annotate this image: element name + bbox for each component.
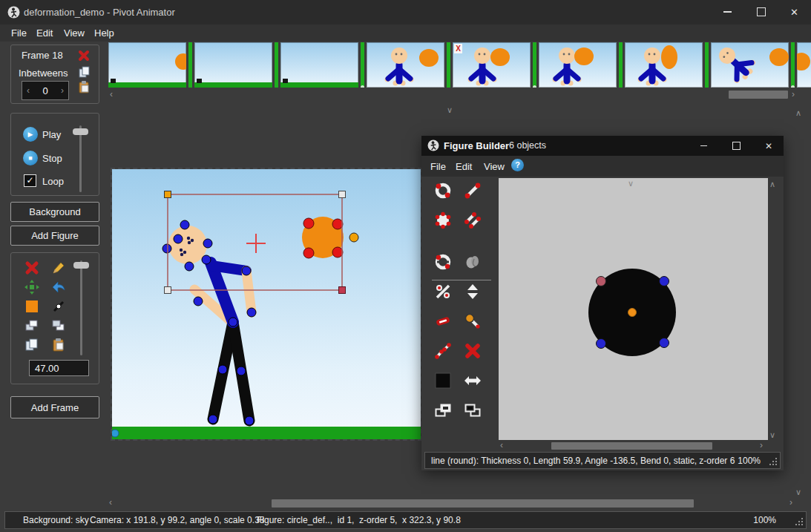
frame-thumbnail[interactable]	[539, 42, 617, 88]
send-backward-tool[interactable]	[463, 401, 482, 420]
figure-size-input[interactable]: 47.00	[29, 360, 89, 376]
builder-scroll-left-icon[interactable]: ‹	[500, 441, 503, 450]
delete-figure-icon[interactable]	[24, 260, 39, 275]
workspace-scroll-right-icon[interactable]: ›	[789, 499, 792, 507]
window-resize-grip[interactable]	[795, 518, 804, 527]
paste-frame-icon[interactable]	[77, 80, 91, 94]
builder-pan-up-icon[interactable]: ∨	[628, 180, 634, 188]
selection-handle-bl[interactable]	[165, 287, 171, 294]
figure-builder-window[interactable]: Figure Builder 6 objects ✕ File Edit Vie…	[421, 136, 784, 470]
menu-file[interactable]: File	[11, 27, 27, 39]
builder-joint[interactable]	[597, 339, 606, 349]
flip-figure-icon[interactable]	[51, 280, 66, 295]
add-figure-button[interactable]: Add Figure	[10, 226, 99, 246]
lower-figure-icon[interactable]	[51, 318, 66, 333]
menu-help[interactable]: Help	[94, 27, 114, 39]
figure-size-slider-thumb[interactable]	[73, 262, 89, 269]
animation-canvas[interactable]	[112, 169, 421, 439]
shorten-segment-tool[interactable]	[433, 312, 453, 331]
play-label[interactable]: Play	[42, 129, 61, 140]
frame-thumbnail[interactable]	[711, 42, 789, 88]
menu-view[interactable]: View	[64, 27, 85, 39]
loop-checkbox[interactable]: ✓	[24, 174, 36, 187]
selection-handle-tl[interactable]	[165, 191, 171, 198]
split-segment-tool[interactable]	[433, 282, 453, 301]
minimize-button[interactable]	[711, 0, 744, 24]
stop-icon[interactable]: ■	[23, 151, 38, 165]
segment-color-swatch[interactable]	[433, 371, 453, 390]
fb-menu-file[interactable]: File	[430, 161, 446, 172]
builder-resize-grip[interactable]	[769, 458, 778, 467]
raise-figure-icon[interactable]	[24, 318, 39, 333]
smooth-shape-tool[interactable]	[463, 252, 482, 272]
bring-forward-tool[interactable]	[433, 401, 453, 420]
workspace-pan-up-icon[interactable]: ∨	[447, 106, 453, 114]
frame-thumbnail[interactable]: X	[453, 42, 531, 88]
figure-head[interactable]	[168, 226, 207, 264]
builder-scroll-down-icon[interactable]: ∨	[769, 431, 775, 439]
ground-handle[interactable]	[112, 430, 119, 437]
workspace-scrollbar-thumb[interactable]	[272, 499, 694, 508]
inbetweens-stepper[interactable]: ‹ 0 ›	[22, 81, 69, 100]
stepper-left-icon[interactable]: ‹	[22, 85, 34, 96]
speed-slider-track[interactable]	[79, 125, 82, 192]
fb-help-icon[interactable]: ?	[511, 159, 524, 171]
builder-origin-joint[interactable]	[628, 309, 637, 317]
title-bar[interactable]: deformation_demo - Pivot Animator ✕	[0, 0, 811, 24]
figure-builder-maximize-button[interactable]	[720, 136, 752, 156]
builder-selected-joint[interactable]	[597, 277, 606, 286]
flip-segment-tool[interactable]	[463, 371, 482, 390]
paste-figure-icon[interactable]	[51, 338, 66, 352]
joint-tool-icon[interactable]	[51, 299, 66, 314]
builder-joint[interactable]	[660, 277, 669, 286]
add-line-tool[interactable]	[463, 181, 482, 200]
frame-thumbnail[interactable]	[797, 42, 811, 88]
copy-figure-icon[interactable]	[24, 338, 39, 352]
fb-menu-view[interactable]: View	[484, 161, 505, 172]
circle-edge-tool[interactable]	[433, 252, 453, 272]
workspace-pan-bottom-icon[interactable]: ∨	[795, 488, 801, 496]
strip-scroll-right-icon[interactable]: ›	[792, 91, 795, 99]
figure-builder-close-button[interactable]: ✕	[752, 136, 785, 156]
figure-color-swatch[interactable]	[24, 299, 39, 314]
bend-segment-tool[interactable]	[433, 341, 453, 361]
frame-thumbnail[interactable]	[367, 42, 444, 88]
selection-handle-tr[interactable]	[339, 191, 346, 198]
center-figure-icon[interactable]	[24, 280, 39, 295]
strip-scrollbar-thumb[interactable]	[729, 91, 788, 99]
frame-thumbnail[interactable]	[108, 42, 186, 88]
add-frame-button[interactable]: Add Frame	[10, 396, 99, 418]
speed-slider-thumb[interactable]	[73, 128, 88, 135]
stop-label[interactable]: Stop	[42, 153, 62, 164]
delete-frame-icon[interactable]	[78, 50, 90, 62]
strip-scroll-left-icon[interactable]: ‹	[110, 91, 113, 99]
workspace-pan-top-icon[interactable]: ∧	[795, 109, 801, 117]
add-circle-tool[interactable]	[433, 181, 453, 200]
copy-frame-icon[interactable]	[78, 66, 91, 79]
frame-thumbnail[interactable]	[625, 42, 703, 88]
frame-thumbnail[interactable]	[280, 42, 358, 88]
builder-scroll-right-icon[interactable]: ›	[760, 441, 763, 450]
add-polygon-tool[interactable]	[433, 211, 453, 230]
duplicate-segment-tool[interactable]	[463, 211, 482, 230]
figure-size-slider-track[interactable]	[80, 260, 82, 355]
builder-joint[interactable]	[660, 338, 669, 348]
origin-joint-tool[interactable]	[463, 312, 482, 331]
close-button[interactable]: ✕	[778, 0, 811, 24]
maximize-button[interactable]	[744, 0, 778, 24]
figure-builder-title-bar[interactable]: Figure Builder 6 objects ✕	[421, 136, 784, 156]
frame-thumbnail[interactable]	[194, 42, 272, 88]
figure-builder-canvas[interactable]: ∨	[499, 178, 768, 440]
menu-edit[interactable]: Edit	[36, 27, 53, 39]
stepper-right-icon[interactable]: ›	[56, 85, 68, 96]
fb-menu-edit[interactable]: Edit	[456, 161, 472, 172]
workspace-scroll-left-icon[interactable]: ‹	[109, 499, 112, 507]
background-button[interactable]: Background	[10, 202, 99, 222]
thickness-arrows-tool[interactable]	[463, 282, 482, 301]
builder-scroll-up-icon[interactable]: ∧	[769, 180, 775, 188]
play-icon[interactable]: ▶	[23, 127, 38, 142]
edit-figure-pencil-icon[interactable]	[51, 260, 66, 275]
delete-segment-tool[interactable]	[463, 341, 482, 361]
figure-builder-minimize-button[interactable]	[687, 136, 720, 156]
sun-origin-handle[interactable]	[349, 233, 358, 242]
